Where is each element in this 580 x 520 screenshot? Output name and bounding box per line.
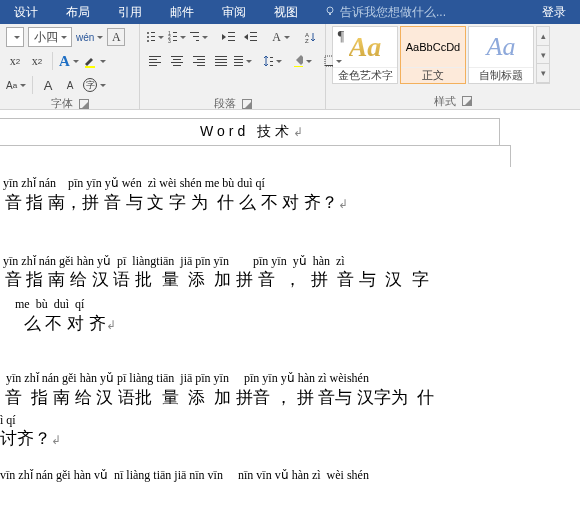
document-area[interactable]: Word 技术↲ yīn zhǐ nán pīn yīn yǔ wén zì w…	[0, 110, 580, 520]
bullets-button[interactable]	[146, 27, 164, 47]
login-button[interactable]: 登录	[528, 4, 580, 21]
font-family-dropdown[interactable]	[6, 27, 24, 47]
svg-rect-36	[193, 62, 205, 63]
svg-rect-45	[234, 65, 243, 66]
paragraph-4: vīn zhǐ nán gěi hàn vǔ nī liàng tiān jiā…	[0, 468, 580, 484]
hanzi-text: 讨齐？↲	[0, 428, 580, 450]
svg-rect-6	[151, 36, 155, 37]
tell-me-label: 告诉我您想做什么...	[340, 4, 446, 21]
numbering-button[interactable]: 123	[168, 27, 186, 47]
svg-rect-26	[149, 56, 161, 57]
svg-rect-4	[151, 32, 155, 33]
decrease-indent-button[interactable]	[220, 27, 238, 47]
font-size-dropdown[interactable]: 小四	[28, 27, 72, 47]
line-spacing-button[interactable]	[264, 51, 282, 71]
svg-text:Z: Z	[305, 38, 309, 43]
styles-dialog-launcher[interactable]	[462, 96, 472, 106]
align-justify-button[interactable]	[212, 51, 230, 71]
pinyin-text: yīn zhǐ nán pīn yīn yǔ wén zì wèi shén m…	[0, 176, 580, 192]
svg-point-7	[147, 40, 149, 42]
svg-rect-50	[325, 56, 333, 66]
sort-button[interactable]: AZ	[302, 27, 320, 47]
paragraph-dialog-launcher[interactable]	[242, 99, 252, 109]
svg-rect-46	[270, 57, 273, 58]
pinyin-text: vīn zhǐ nán gěi hàn vǔ nī liàng tiān jiā…	[0, 468, 580, 484]
doc-title: Word 技术↲	[200, 123, 307, 141]
svg-rect-27	[149, 59, 157, 60]
grow-font-button[interactable]: Aa	[6, 75, 26, 95]
character-border-button[interactable]: A	[107, 27, 125, 47]
svg-rect-35	[197, 59, 205, 60]
shading-button[interactable]	[294, 51, 312, 71]
align-left-button[interactable]	[146, 51, 164, 71]
style-scroll-more[interactable]: ▾	[537, 64, 549, 83]
svg-rect-29	[149, 65, 157, 66]
highlight-button[interactable]	[83, 51, 106, 71]
title-frame: Word 技术↲	[0, 118, 500, 146]
tab-mailings[interactable]: 邮件	[156, 0, 208, 24]
svg-rect-2	[85, 66, 95, 68]
svg-rect-15	[190, 32, 199, 33]
shrink-font-button[interactable]: A	[61, 75, 79, 95]
pinyin-text: ì qí	[0, 413, 580, 429]
svg-rect-8	[151, 40, 155, 41]
svg-rect-48	[270, 65, 273, 66]
svg-rect-38	[215, 56, 227, 57]
asian-text-button[interactable]: A	[272, 27, 290, 47]
align-center-button[interactable]	[168, 51, 186, 71]
svg-rect-32	[171, 62, 183, 63]
align-right-button[interactable]	[190, 51, 208, 71]
svg-rect-51	[325, 65, 333, 66]
paragraph-1: yīn zhǐ nán pīn yīn yǔ wén zì wèi shén m…	[0, 176, 580, 214]
lightbulb-icon	[324, 5, 336, 20]
multilevel-list-button[interactable]	[190, 27, 208, 47]
tab-review[interactable]: 审阅	[208, 0, 260, 24]
enclose-characters-button[interactable]: 字	[83, 75, 106, 95]
align-distributed-button[interactable]	[234, 51, 252, 71]
style-tile-normal[interactable]: AaBbCcDd正文	[400, 26, 466, 84]
svg-rect-30	[171, 56, 183, 57]
svg-rect-43	[234, 59, 243, 60]
ribbon: 小四 wén A x2 x2 A Aa A A 字 字体	[0, 24, 580, 110]
phonetic-guide-button[interactable]: wén	[76, 27, 103, 47]
font-dialog-launcher[interactable]	[79, 99, 89, 109]
increase-indent-button[interactable]	[242, 27, 260, 47]
svg-rect-47	[270, 61, 273, 62]
subscript-button[interactable]: x2	[6, 51, 24, 71]
hanzi-text: 音 指 南 给 汉 语批 量 添 加 拼音 ， 拼 音与 汉字为 什	[0, 387, 580, 409]
svg-rect-12	[173, 36, 177, 37]
svg-rect-18	[228, 32, 235, 33]
paragraph-group-label: 段落	[214, 96, 236, 111]
tab-layout[interactable]: 布局	[52, 0, 104, 24]
paragraph-group: 123 A AZ ¶	[140, 24, 326, 109]
tab-view[interactable]: 视图	[260, 0, 312, 24]
font-group: 小四 wén A x2 x2 A Aa A A 字 字体	[0, 24, 140, 109]
borders-button[interactable]	[324, 51, 342, 71]
text-effects-button[interactable]: A	[59, 51, 79, 71]
style-scroll-down[interactable]: ▾	[537, 46, 549, 65]
tab-design[interactable]: 设计	[0, 0, 52, 24]
svg-rect-14	[173, 40, 177, 41]
svg-rect-42	[234, 56, 243, 57]
svg-rect-23	[250, 40, 257, 41]
svg-rect-10	[173, 32, 177, 33]
styles-group-label: 样式	[434, 94, 456, 109]
svg-rect-33	[173, 65, 181, 66]
svg-rect-34	[193, 56, 205, 57]
tab-references[interactable]: 引用	[104, 0, 156, 24]
asian-layout-button[interactable]: A	[39, 75, 57, 95]
svg-rect-31	[173, 59, 181, 60]
svg-rect-21	[250, 32, 257, 33]
style-tile-custom[interactable]: Aa自制标题	[468, 26, 534, 84]
svg-rect-16	[193, 36, 199, 37]
style-name: 自制标题	[469, 67, 533, 83]
pinyin-text: yīn zhǐ nán gěi hàn yǔ pī liàngtiān jiā …	[0, 254, 580, 270]
svg-text:3: 3	[168, 38, 171, 43]
svg-rect-1	[329, 13, 331, 15]
tell-me-search[interactable]: 告诉我您想做什么...	[312, 4, 446, 21]
highlight-icon	[83, 54, 97, 68]
style-name: 金色艺术字	[333, 67, 397, 83]
superscript-button[interactable]: x2	[28, 51, 46, 71]
show-marks-button[interactable]: ¶	[332, 27, 350, 47]
style-scroll-up[interactable]: ▴	[537, 27, 549, 46]
